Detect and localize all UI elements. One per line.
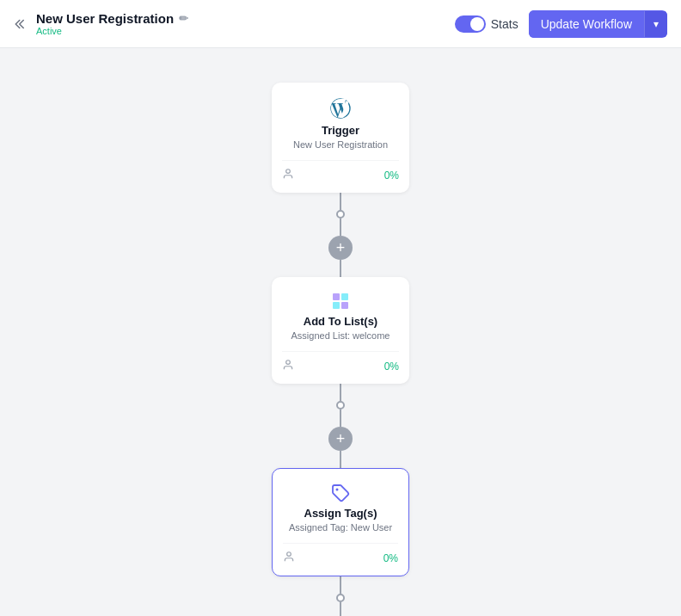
add-to-list-people-icon	[282, 359, 294, 373]
tag-icon	[330, 483, 351, 503]
workflow-canvas: Trigger New User Registration 0% + Add T…	[0, 48, 681, 616]
connector-dot-3	[336, 594, 345, 602]
add-step-button-2[interactable]: +	[328, 427, 353, 451]
connector-line-1	[340, 193, 341, 210]
connector-line-3	[340, 576, 341, 594]
connector-dot-1	[336, 210, 345, 219]
title-area: New User Registration ✏ Active	[36, 11, 188, 36]
update-workflow-button[interactable]: Update Workflow ▾	[529, 10, 667, 38]
update-workflow-dropdown[interactable]: ▾	[644, 11, 667, 37]
trigger-node-subtitle: New User Registration	[293, 139, 388, 150]
page-title-text: New User Registration	[36, 11, 174, 26]
assign-tags-node-title: Assign Tag(s)	[304, 507, 377, 520]
svg-point-6	[286, 360, 291, 365]
stats-label: Stats	[491, 17, 518, 31]
workflow-column: Trigger New User Registration 0% + Add T…	[255, 83, 426, 616]
connector-line-2b	[340, 410, 341, 427]
svg-point-8	[287, 552, 291, 557]
edit-icon[interactable]: ✏	[179, 12, 188, 25]
svg-rect-5	[341, 302, 348, 309]
back-button[interactable]	[14, 16, 29, 32]
page-title: New User Registration ✏	[36, 11, 188, 26]
assign-tags-percentage: 0%	[383, 552, 398, 564]
svg-rect-2	[333, 293, 340, 300]
add-to-list-node-subtitle: Assigned List: welcome	[291, 330, 390, 341]
header-left: New User Registration ✏ Active	[14, 11, 188, 36]
assign-tags-node-footer: 0%	[283, 543, 398, 565]
assign-tags-node[interactable]: Assign Tag(s) Assigned Tag: New User 0%	[272, 468, 409, 576]
list-icon	[330, 291, 351, 311]
add-to-list-node-title: Add To List(s)	[304, 315, 377, 328]
stats-toggle[interactable]: Stats	[455, 15, 518, 33]
trigger-node-title: Trigger	[322, 124, 359, 137]
trigger-percentage: 0%	[384, 169, 399, 182]
connector-line-1b	[340, 219, 341, 236]
add-step-button-1[interactable]: +	[328, 236, 353, 260]
svg-point-1	[286, 169, 291, 174]
connector-dot-2	[336, 401, 345, 410]
dropdown-icon: ▾	[653, 18, 659, 30]
update-workflow-main[interactable]: Update Workflow	[529, 10, 644, 38]
connector-line-2c	[340, 451, 341, 468]
header: New User Registration ✏ Active Stats Upd…	[0, 0, 681, 48]
connector-line-3b	[340, 602, 341, 616]
connector-line-2	[340, 384, 341, 401]
stats-toggle-switch[interactable]	[455, 15, 486, 33]
add-to-list-node-footer: 0%	[282, 351, 399, 373]
header-right: Stats Update Workflow ▾	[455, 10, 667, 38]
connector-line-1c	[340, 260, 341, 277]
svg-rect-4	[333, 302, 340, 309]
status-badge: Active	[36, 26, 188, 36]
add-to-list-node[interactable]: Add To List(s) Assigned List: welcome 0%	[272, 277, 409, 384]
trigger-node-footer: 0%	[282, 160, 399, 182]
svg-point-7	[336, 489, 339, 491]
svg-rect-3	[341, 293, 348, 300]
trigger-people-icon	[282, 168, 294, 182]
add-to-list-percentage: 0%	[384, 360, 399, 373]
assign-tags-node-subtitle: Assigned Tag: New User	[289, 522, 392, 533]
wordpress-icon	[328, 96, 353, 120]
trigger-node[interactable]: Trigger New User Registration 0%	[272, 83, 409, 193]
assign-tags-people-icon	[283, 551, 295, 565]
